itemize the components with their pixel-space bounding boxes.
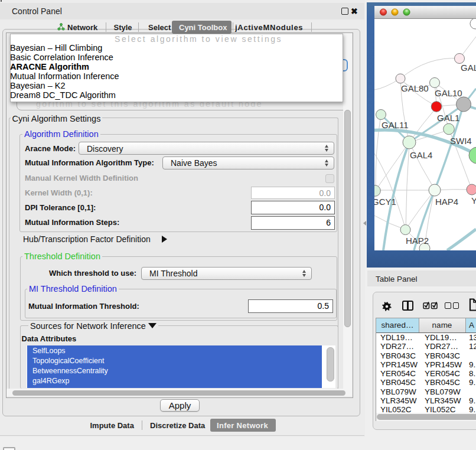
svg-text:GAL: GAL [461, 63, 476, 73]
svg-text:HAP2: HAP2 [406, 236, 429, 246]
svg-text:GCY1: GCY1 [374, 197, 396, 207]
svg-text:GAL4: GAL4 [410, 150, 432, 160]
svg-text:GAL1: GAL1 [437, 113, 459, 123]
svg-text:GAL11: GAL11 [382, 120, 409, 130]
svg-text:GAL10: GAL10 [435, 88, 462, 98]
svg-text:GAL80: GAL80 [401, 83, 429, 93]
svg-text:Y: Y [471, 195, 476, 206]
svg-text:HAP4: HAP4 [435, 197, 458, 207]
svg-text:SWI4: SWI4 [450, 136, 472, 146]
